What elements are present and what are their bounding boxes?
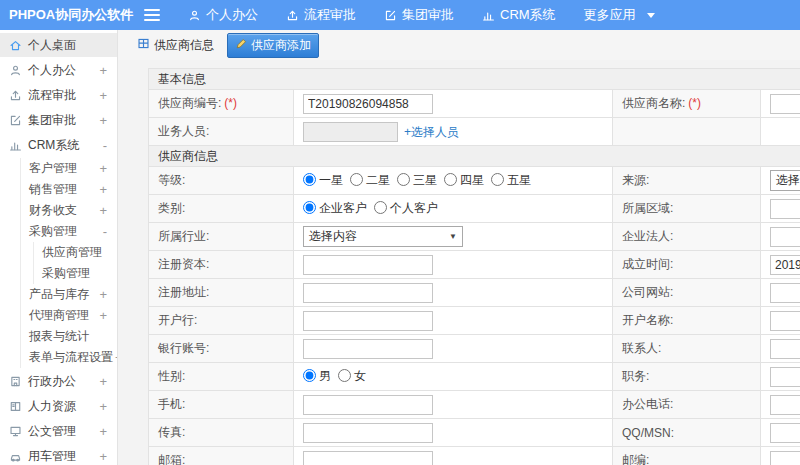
radio-option[interactable]: 四星 (444, 173, 484, 187)
sidebar-item[interactable]: 财务收支+ (21, 200, 117, 221)
radio-group: 一星二星三星四星五星 (303, 173, 538, 187)
field-input[interactable] (303, 339, 433, 359)
topbar-nav-item[interactable]: CRM系统 (482, 6, 556, 24)
field-input[interactable] (770, 199, 800, 219)
radio-label: 个人客户 (390, 201, 438, 215)
field-input[interactable] (303, 94, 433, 114)
form-row: 业务人员:+选择人员 (149, 118, 800, 146)
topbar-nav-label: 更多应用 (584, 6, 636, 24)
radio-input[interactable] (303, 369, 316, 382)
app-logo: PHPOA协同办公软件 (0, 6, 128, 24)
radio-input[interactable] (374, 201, 387, 214)
radio-group: 企业客户个人客户 (303, 201, 445, 215)
field-label: 注册地址: (158, 285, 209, 299)
radio-input[interactable] (303, 201, 316, 214)
collapse-icon: - (101, 224, 107, 239)
sidebar-item[interactable]: 销售管理+ (21, 179, 117, 200)
field-cell (761, 307, 800, 335)
sidebar-item[interactable]: 行政办公+ (0, 369, 117, 393)
sidebar-item[interactable]: 公文管理+ (0, 419, 117, 443)
radio-option[interactable]: 女 (338, 369, 366, 383)
field-label-cell: 手机: (149, 391, 294, 419)
select-dropdown[interactable]: 选择内容 (770, 170, 800, 191)
sidebar-item[interactable]: 采购管理- (21, 221, 117, 242)
choose-person-link[interactable]: +选择人员 (404, 125, 459, 139)
form-row: 所属行业:选择内容企业法人: (149, 223, 800, 251)
field-input[interactable] (303, 395, 433, 415)
sidebar-item[interactable]: 代理商管理+ (21, 305, 117, 326)
user-icon (188, 9, 201, 22)
field-input[interactable] (770, 339, 800, 359)
topbar-nav-item[interactable]: 流程审批 (286, 6, 356, 24)
tab-item[interactable]: 供应商信息 (130, 34, 221, 57)
expand-icon: + (97, 113, 107, 128)
menu-toggle-icon[interactable] (144, 9, 160, 21)
pencil-icon (235, 38, 247, 53)
radio-option[interactable]: 三星 (397, 173, 437, 187)
field-cell (294, 279, 613, 307)
topbar-nav-item[interactable]: 个人办公 (188, 6, 258, 24)
radio-option[interactable]: 二星 (350, 173, 390, 187)
form-table: 基本信息供应商编号:(*)供应商名称:(*)业务人员:+选择人员供应商信息等级:… (148, 68, 800, 465)
sidebar-item[interactable]: 报表与统计 (21, 326, 117, 347)
sidebar-item[interactable]: 流程审批+ (0, 83, 117, 107)
topbar-nav-item[interactable]: 集团审批 (384, 6, 454, 24)
sidebar-item[interactable]: CRM系统- (0, 133, 117, 157)
field-cell (761, 90, 800, 118)
select-dropdown[interactable]: 选择内容 (303, 226, 463, 247)
section-title-text: 基本信息 (158, 72, 206, 86)
radio-input[interactable] (491, 173, 504, 186)
field-input[interactable] (770, 451, 800, 465)
field-input[interactable] (770, 311, 800, 331)
field-label-cell: 供应商名称:(*) (613, 90, 761, 118)
sidebar-item[interactable]: 产品与库存+ (21, 284, 117, 305)
field-input[interactable] (770, 423, 800, 443)
field-input[interactable] (303, 423, 433, 443)
sidebar-item[interactable]: 集团审批+ (0, 108, 117, 132)
expand-icon: + (97, 203, 107, 218)
field-input[interactable] (303, 283, 433, 303)
tab-active[interactable]: 供应商添加 (227, 33, 319, 58)
sidebar-item[interactable]: 人力资源+ (0, 394, 117, 418)
radio-input[interactable] (444, 173, 457, 186)
sidebar-item[interactable]: 用车管理+ (0, 444, 117, 465)
topbar-nav-item[interactable]: 更多应用 (584, 6, 655, 24)
field-input[interactable] (303, 311, 433, 331)
field-input[interactable] (770, 227, 800, 247)
radio-option[interactable]: 个人客户 (374, 201, 438, 215)
sidebar-item-label: 客户管理 (29, 160, 77, 177)
topbar-nav-label: 集团审批 (402, 6, 454, 24)
radio-label: 五星 (507, 173, 531, 187)
field-input[interactable] (770, 283, 800, 303)
sidebar-item[interactable]: 客户管理+ (21, 158, 117, 179)
field-input[interactable] (770, 367, 800, 387)
field-input[interactable] (770, 395, 800, 415)
sidebar-item[interactable]: 表单与流程设置+ (21, 347, 117, 368)
sidebar-item[interactable]: 个人办公+ (0, 58, 117, 82)
radio-option[interactable]: 男 (303, 369, 331, 383)
radio-option[interactable]: 企业客户 (303, 201, 367, 215)
radio-option[interactable]: 五星 (491, 173, 531, 187)
field-input[interactable] (303, 255, 433, 275)
radio-input[interactable] (397, 173, 410, 186)
field-input[interactable] (303, 451, 433, 465)
sidebar-item[interactable]: 采购管理 (34, 263, 117, 284)
sidebar-item[interactable]: 个人桌面 (0, 33, 117, 57)
field-label-cell: 等级: (149, 167, 294, 195)
radio-label: 四星 (460, 173, 484, 187)
field-input[interactable] (770, 94, 800, 114)
radio-input[interactable] (303, 173, 316, 186)
field-input[interactable] (770, 255, 800, 275)
supplier-form: 基本信息供应商编号:(*)供应商名称:(*)业务人员:+选择人员供应商信息等级:… (118, 60, 800, 465)
field-input[interactable] (303, 122, 398, 142)
form-row: 开户行:开户名称: (149, 307, 800, 335)
radio-option[interactable]: 一星 (303, 173, 343, 187)
radio-label: 三星 (413, 173, 437, 187)
form-row: 手机:办公电话: (149, 391, 800, 419)
sidebar-item[interactable]: 供应商管理 (34, 242, 117, 263)
field-label-cell (613, 118, 761, 146)
expand-icon: + (97, 449, 107, 464)
radio-input[interactable] (338, 369, 351, 382)
field-label: 所属行业: (158, 229, 209, 243)
radio-input[interactable] (350, 173, 363, 186)
